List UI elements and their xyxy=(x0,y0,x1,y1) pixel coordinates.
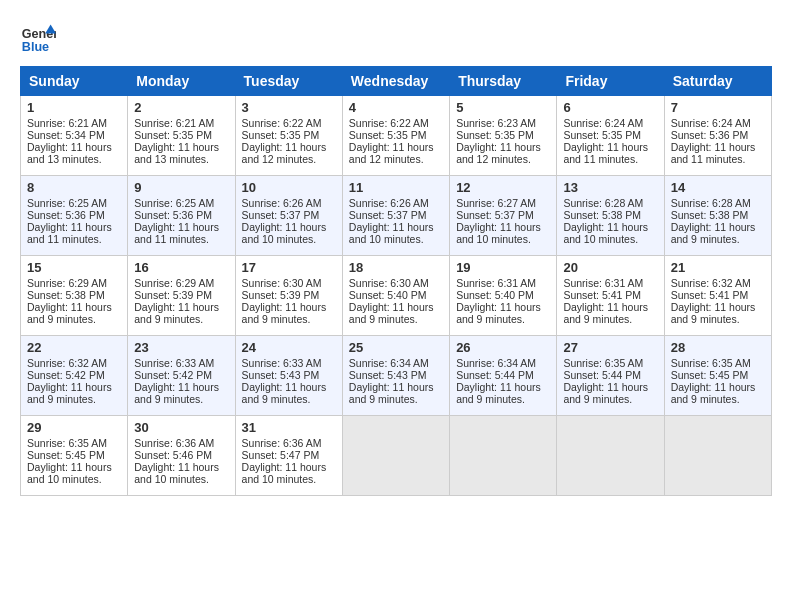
sunset: Sunset: 5:38 PM xyxy=(671,209,749,221)
calendar-week-4: 22Sunrise: 6:32 AMSunset: 5:42 PMDayligh… xyxy=(21,336,772,416)
sunset: Sunset: 5:46 PM xyxy=(134,449,212,461)
calendar-cell xyxy=(450,416,557,496)
sunrise: Sunrise: 6:31 AM xyxy=(563,277,643,289)
sunrise: Sunrise: 6:33 AM xyxy=(242,357,322,369)
calendar-week-2: 8Sunrise: 6:25 AMSunset: 5:36 PMDaylight… xyxy=(21,176,772,256)
col-header-friday: Friday xyxy=(557,67,664,96)
day-number: 23 xyxy=(134,340,228,355)
calendar-week-1: 1Sunrise: 6:21 AMSunset: 5:34 PMDaylight… xyxy=(21,96,772,176)
day-number: 3 xyxy=(242,100,336,115)
sunrise: Sunrise: 6:32 AM xyxy=(27,357,107,369)
daylight: Daylight: 11 hours and 9 minutes. xyxy=(456,381,541,405)
sunset: Sunset: 5:43 PM xyxy=(242,369,320,381)
calendar-cell: 17Sunrise: 6:30 AMSunset: 5:39 PMDayligh… xyxy=(235,256,342,336)
day-number: 22 xyxy=(27,340,121,355)
calendar-cell: 24Sunrise: 6:33 AMSunset: 5:43 PMDayligh… xyxy=(235,336,342,416)
daylight: Daylight: 11 hours and 13 minutes. xyxy=(27,141,112,165)
sunset: Sunset: 5:35 PM xyxy=(563,129,641,141)
sunrise: Sunrise: 6:21 AM xyxy=(134,117,214,129)
day-number: 1 xyxy=(27,100,121,115)
calendar-week-3: 15Sunrise: 6:29 AMSunset: 5:38 PMDayligh… xyxy=(21,256,772,336)
sunrise: Sunrise: 6:34 AM xyxy=(349,357,429,369)
sunrise: Sunrise: 6:29 AM xyxy=(134,277,214,289)
calendar-cell: 19Sunrise: 6:31 AMSunset: 5:40 PMDayligh… xyxy=(450,256,557,336)
daylight: Daylight: 11 hours and 10 minutes. xyxy=(242,221,327,245)
calendar-cell xyxy=(342,416,449,496)
day-number: 18 xyxy=(349,260,443,275)
col-header-tuesday: Tuesday xyxy=(235,67,342,96)
sunset: Sunset: 5:36 PM xyxy=(134,209,212,221)
day-number: 24 xyxy=(242,340,336,355)
day-number: 9 xyxy=(134,180,228,195)
calendar-header-row: SundayMondayTuesdayWednesdayThursdayFrid… xyxy=(21,67,772,96)
sunrise: Sunrise: 6:35 AM xyxy=(671,357,751,369)
day-number: 4 xyxy=(349,100,443,115)
col-header-wednesday: Wednesday xyxy=(342,67,449,96)
sunrise: Sunrise: 6:30 AM xyxy=(349,277,429,289)
calendar-cell: 31Sunrise: 6:36 AMSunset: 5:47 PMDayligh… xyxy=(235,416,342,496)
sunset: Sunset: 5:41 PM xyxy=(671,289,749,301)
calendar-cell: 21Sunrise: 6:32 AMSunset: 5:41 PMDayligh… xyxy=(664,256,771,336)
day-number: 8 xyxy=(27,180,121,195)
sunset: Sunset: 5:38 PM xyxy=(27,289,105,301)
daylight: Daylight: 11 hours and 9 minutes. xyxy=(563,301,648,325)
sunset: Sunset: 5:47 PM xyxy=(242,449,320,461)
calendar-cell: 22Sunrise: 6:32 AMSunset: 5:42 PMDayligh… xyxy=(21,336,128,416)
daylight: Daylight: 11 hours and 11 minutes. xyxy=(27,221,112,245)
sunrise: Sunrise: 6:26 AM xyxy=(349,197,429,209)
sunrise: Sunrise: 6:36 AM xyxy=(134,437,214,449)
daylight: Daylight: 11 hours and 9 minutes. xyxy=(349,301,434,325)
calendar-cell: 28Sunrise: 6:35 AMSunset: 5:45 PMDayligh… xyxy=(664,336,771,416)
sunset: Sunset: 5:35 PM xyxy=(134,129,212,141)
daylight: Daylight: 11 hours and 9 minutes. xyxy=(563,381,648,405)
day-number: 10 xyxy=(242,180,336,195)
sunrise: Sunrise: 6:23 AM xyxy=(456,117,536,129)
sunset: Sunset: 5:35 PM xyxy=(349,129,427,141)
sunset: Sunset: 5:45 PM xyxy=(27,449,105,461)
day-number: 14 xyxy=(671,180,765,195)
sunset: Sunset: 5:37 PM xyxy=(349,209,427,221)
daylight: Daylight: 11 hours and 10 minutes. xyxy=(349,221,434,245)
sunrise: Sunrise: 6:35 AM xyxy=(27,437,107,449)
sunrise: Sunrise: 6:29 AM xyxy=(27,277,107,289)
daylight: Daylight: 11 hours and 9 minutes. xyxy=(349,381,434,405)
calendar-cell: 11Sunrise: 6:26 AMSunset: 5:37 PMDayligh… xyxy=(342,176,449,256)
calendar-cell: 23Sunrise: 6:33 AMSunset: 5:42 PMDayligh… xyxy=(128,336,235,416)
day-number: 27 xyxy=(563,340,657,355)
daylight: Daylight: 11 hours and 9 minutes. xyxy=(242,381,327,405)
sunset: Sunset: 5:44 PM xyxy=(456,369,534,381)
day-number: 13 xyxy=(563,180,657,195)
daylight: Daylight: 11 hours and 13 minutes. xyxy=(134,141,219,165)
daylight: Daylight: 11 hours and 9 minutes. xyxy=(671,221,756,245)
day-number: 11 xyxy=(349,180,443,195)
day-number: 17 xyxy=(242,260,336,275)
day-number: 16 xyxy=(134,260,228,275)
sunset: Sunset: 5:37 PM xyxy=(456,209,534,221)
day-number: 7 xyxy=(671,100,765,115)
calendar-cell: 30Sunrise: 6:36 AMSunset: 5:46 PMDayligh… xyxy=(128,416,235,496)
sunset: Sunset: 5:34 PM xyxy=(27,129,105,141)
sunrise: Sunrise: 6:21 AM xyxy=(27,117,107,129)
daylight: Daylight: 11 hours and 10 minutes. xyxy=(456,221,541,245)
day-number: 25 xyxy=(349,340,443,355)
sunrise: Sunrise: 6:25 AM xyxy=(27,197,107,209)
calendar-cell: 20Sunrise: 6:31 AMSunset: 5:41 PMDayligh… xyxy=(557,256,664,336)
calendar-cell: 4Sunrise: 6:22 AMSunset: 5:35 PMDaylight… xyxy=(342,96,449,176)
logo: General Blue xyxy=(20,20,56,56)
day-number: 28 xyxy=(671,340,765,355)
daylight: Daylight: 11 hours and 11 minutes. xyxy=(563,141,648,165)
sunset: Sunset: 5:35 PM xyxy=(242,129,320,141)
daylight: Daylight: 11 hours and 9 minutes. xyxy=(671,301,756,325)
daylight: Daylight: 11 hours and 12 minutes. xyxy=(242,141,327,165)
daylight: Daylight: 11 hours and 9 minutes. xyxy=(27,301,112,325)
daylight: Daylight: 11 hours and 10 minutes. xyxy=(134,461,219,485)
sunset: Sunset: 5:40 PM xyxy=(456,289,534,301)
daylight: Daylight: 11 hours and 12 minutes. xyxy=(456,141,541,165)
day-number: 2 xyxy=(134,100,228,115)
col-header-thursday: Thursday xyxy=(450,67,557,96)
calendar-cell: 2Sunrise: 6:21 AMSunset: 5:35 PMDaylight… xyxy=(128,96,235,176)
col-header-monday: Monday xyxy=(128,67,235,96)
sunset: Sunset: 5:45 PM xyxy=(671,369,749,381)
calendar-cell: 16Sunrise: 6:29 AMSunset: 5:39 PMDayligh… xyxy=(128,256,235,336)
sunrise: Sunrise: 6:32 AM xyxy=(671,277,751,289)
